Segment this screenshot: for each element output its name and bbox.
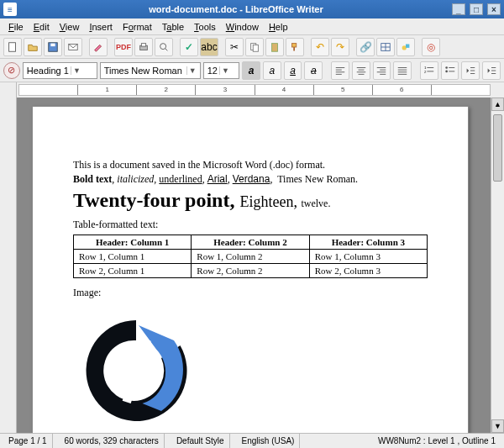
- cut-button[interactable]: ✂: [225, 38, 244, 56]
- table-header: Header: Column 2: [192, 235, 309, 250]
- nav-prev-button[interactable]: ⊘: [3, 62, 20, 79]
- svg-rect-11: [292, 43, 297, 46]
- vertical-ruler[interactable]: [0, 98, 17, 433]
- menu-file[interactable]: FFileile: [3, 20, 29, 34]
- formatting-toolbar: ⊘ Heading 1 ▼ Times New Roman ▼ 12 ▼ a a…: [0, 59, 504, 82]
- scroll-up-button[interactable]: ▲: [491, 98, 504, 111]
- align-justify-button[interactable]: [393, 61, 412, 80]
- scroll-track[interactable]: [491, 111, 504, 419]
- svg-rect-5: [141, 43, 145, 46]
- chevron-down-icon[interactable]: ▼: [219, 66, 231, 75]
- underline-button[interactable]: a: [284, 61, 302, 80]
- table-row: Row 2, Column 1 Row 2, Column 2 Row 2, C…: [74, 264, 428, 278]
- svg-rect-48: [123, 339, 151, 403]
- doc-image-caption: Image:: [73, 287, 428, 299]
- menu-insert[interactable]: Insert: [84, 20, 118, 34]
- document-page[interactable]: This is a document saved in the Microsof…: [32, 106, 469, 433]
- svg-line-7: [165, 48, 168, 50]
- minimize-button[interactable]: _: [452, 3, 465, 15]
- svg-point-6: [160, 43, 166, 49]
- increase-indent-button[interactable]: [482, 61, 501, 80]
- horizontal-ruler-area: 1 2 3 4 5 6: [0, 82, 504, 98]
- menu-format[interactable]: Format: [118, 20, 157, 34]
- close-button[interactable]: ×: [487, 3, 501, 15]
- table-row: Row 1, Column 1 Row 1, Column 2 Row 1, C…: [74, 250, 428, 264]
- status-outline[interactable]: WW8Num2 : Level 1 , Outline 1: [373, 434, 501, 448]
- vertical-scrollbar[interactable]: ▲ ▼: [491, 98, 504, 433]
- svg-point-38: [445, 66, 448, 69]
- status-language[interactable]: English (USA): [237, 434, 301, 448]
- auto-spellcheck-button[interactable]: abc: [200, 38, 218, 56]
- paragraph-style-value: Heading 1: [27, 66, 69, 76]
- doc-intro: This is a document saved in the Microsof…: [73, 159, 428, 171]
- font-name-combo[interactable]: Times New Roman ▼: [100, 62, 201, 79]
- spellcheck-button[interactable]: ✓: [180, 38, 198, 56]
- table-header: Header: Column 3: [309, 235, 427, 250]
- menu-table[interactable]: Table: [157, 20, 189, 34]
- undo-button[interactable]: ↶: [311, 38, 329, 56]
- strikethrough-button[interactable]: a: [304, 61, 323, 80]
- status-words[interactable]: 60 words, 329 characters: [60, 434, 165, 448]
- svg-rect-17: [406, 44, 409, 47]
- doc-sizes-line: Twenty-four point, Eighteen, twelve.: [73, 189, 428, 212]
- status-bar: Page 1 / 1 60 words, 329 characters Defa…: [0, 433, 504, 448]
- redo-button[interactable]: ↷: [331, 38, 349, 56]
- horizontal-ruler[interactable]: 1 2 3 4 5 6: [18, 84, 491, 96]
- menu-tools[interactable]: Tools: [189, 20, 221, 34]
- menu-help[interactable]: Help: [264, 20, 293, 34]
- scroll-down-button[interactable]: ▼: [491, 419, 504, 433]
- svg-rect-9: [253, 45, 258, 51]
- document-table: Header: Column 1 Header: Column 2 Header…: [73, 235, 428, 278]
- font-size-combo[interactable]: 12 ▼: [203, 62, 240, 79]
- numbered-list-button[interactable]: 12: [420, 61, 438, 80]
- window-controls: _ □ ×: [450, 3, 501, 15]
- chevron-down-icon[interactable]: ▼: [71, 66, 82, 75]
- align-right-button[interactable]: [373, 61, 391, 80]
- hyperlink-button[interactable]: 🔗: [356, 38, 375, 56]
- svg-rect-0: [9, 42, 16, 51]
- status-page[interactable]: Page 1 / 1: [3, 434, 53, 448]
- font-name-value: Times New Roman: [104, 66, 185, 76]
- decrease-indent-button[interactable]: [461, 61, 480, 80]
- print-button[interactable]: [134, 38, 153, 56]
- chevron-down-icon[interactable]: ▼: [186, 66, 198, 75]
- menu-window[interactable]: Window: [221, 20, 264, 34]
- print-preview-button[interactable]: [155, 38, 173, 56]
- align-center-button[interactable]: [352, 61, 370, 80]
- paste-button[interactable]: [265, 38, 284, 56]
- bullet-list-button[interactable]: [441, 61, 459, 80]
- save-button[interactable]: [44, 38, 62, 56]
- new-document-button[interactable]: [3, 38, 22, 56]
- svg-rect-2: [50, 43, 55, 46]
- menu-edit[interactable]: Edit: [29, 20, 55, 34]
- title-bar: ≡ word-document.doc - LibreOffice Writer…: [0, 0, 504, 18]
- status-style[interactable]: Default Style: [171, 434, 230, 448]
- export-pdf-button[interactable]: PDF: [114, 38, 133, 56]
- insert-table-button[interactable]: [376, 38, 395, 56]
- table-header: Header: Column 1: [74, 235, 192, 250]
- app-icon: ≡: [3, 3, 17, 16]
- document-image: [73, 308, 199, 433]
- standard-toolbar: PDF ✓ abc ✂ ↶ ↷ 🔗 ◎: [0, 35, 504, 59]
- bold-button[interactable]: a: [242, 61, 260, 80]
- document-scroll[interactable]: This is a document saved in the Microsof…: [17, 98, 491, 433]
- align-left-button[interactable]: [331, 61, 349, 80]
- italic-button[interactable]: a: [263, 61, 281, 80]
- paragraph-style-combo[interactable]: Heading 1 ▼: [23, 62, 97, 79]
- work-area: This is a document saved in the Microsof…: [0, 98, 504, 433]
- table-header-row: Header: Column 1 Header: Column 2 Header…: [74, 235, 428, 250]
- clone-formatting-button[interactable]: [286, 38, 304, 56]
- scroll-thumb[interactable]: [493, 114, 502, 182]
- maximize-button[interactable]: □: [470, 3, 483, 15]
- copy-button[interactable]: [245, 38, 264, 56]
- menu-view[interactable]: View: [55, 20, 85, 34]
- doc-formats-line: Bold text, italicized, underlined, Arial…: [73, 173, 428, 186]
- font-size-value: 12: [207, 66, 218, 76]
- edit-mode-button[interactable]: [89, 38, 108, 56]
- open-button[interactable]: [24, 38, 42, 56]
- email-button[interactable]: [64, 38, 82, 56]
- window-title: word-document.doc - LibreOffice Writer: [22, 4, 450, 14]
- doc-table-caption: Table-formatted text:: [73, 219, 428, 231]
- show-draw-button[interactable]: [396, 38, 415, 56]
- navigator-button[interactable]: ◎: [422, 38, 440, 56]
